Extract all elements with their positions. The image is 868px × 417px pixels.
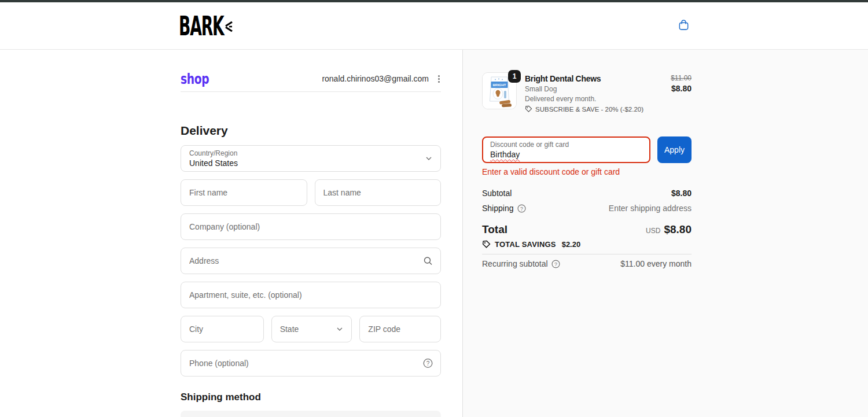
product-title: Bright Dental Chews bbox=[525, 74, 643, 84]
bark-logo-text: BARK bbox=[179, 13, 224, 39]
help-circle-icon[interactable]: ? bbox=[551, 260, 560, 268]
company-input[interactable] bbox=[181, 214, 440, 239]
discount-code-field[interactable]: Discount code or gift card Birthday bbox=[482, 136, 650, 163]
account-email: ronald.chirinos03@gmail.com bbox=[322, 74, 429, 83]
state-placeholder: State bbox=[280, 324, 299, 334]
address-field[interactable] bbox=[181, 248, 441, 274]
city-input[interactable] bbox=[181, 316, 263, 342]
last-name-input[interactable] bbox=[315, 180, 441, 205]
product-price: $8.80 bbox=[671, 84, 692, 93]
svg-text:?: ? bbox=[426, 360, 430, 367]
total-value: $8.80 bbox=[664, 223, 692, 236]
cart-line-item: BRIGHT 1 Bright Dental Chews Small Dog D… bbox=[482, 72, 692, 113]
checkout-header: BARK bbox=[0, 2, 868, 50]
shipping-value: Enter shipping address bbox=[609, 204, 692, 213]
state-select[interactable]: State bbox=[271, 316, 352, 342]
savings-label: TOTAL SAVINGS bbox=[495, 240, 556, 249]
product-frequency: Delivered every month. bbox=[525, 95, 643, 104]
phone-input[interactable] bbox=[181, 350, 440, 376]
subtotal-value: $8.80 bbox=[671, 189, 692, 198]
delivery-heading: Delivery bbox=[181, 124, 441, 138]
subtotal-label: Subtotal bbox=[482, 189, 512, 198]
summary-divider bbox=[482, 254, 692, 254]
checkout-form-panel: shop ronald.chirinos03@gmail.com Deliver… bbox=[0, 50, 463, 417]
product-variant: Small Dog bbox=[525, 85, 643, 94]
total-savings-row: TOTAL SAVINGS $2.20 bbox=[482, 240, 692, 249]
country-select[interactable]: Country/Region United States bbox=[181, 145, 441, 172]
svg-text:?: ? bbox=[554, 261, 557, 267]
shipping-label: Shipping bbox=[482, 204, 514, 213]
country-value: United States bbox=[189, 158, 432, 168]
product-original-price: $11.00 bbox=[671, 74, 692, 83]
shipping-row: Shipping ? Enter shipping address bbox=[482, 204, 692, 213]
cart-button[interactable] bbox=[678, 19, 690, 33]
chevron-down-icon bbox=[336, 325, 344, 333]
product-promo: SUBSCRIBE & SAVE - 20% (-$2.20) bbox=[535, 106, 643, 113]
total-row: Total USD $8.80 bbox=[482, 223, 692, 236]
help-circle-icon[interactable]: ? bbox=[423, 359, 433, 368]
quantity-badge: 1 bbox=[508, 70, 521, 83]
account-menu-icon[interactable] bbox=[437, 74, 441, 84]
company-field[interactable] bbox=[181, 213, 441, 240]
recurring-label: Recurring subtotal bbox=[482, 259, 548, 268]
zip-field[interactable] bbox=[359, 316, 441, 342]
discount-tag-icon bbox=[525, 105, 532, 113]
apartment-input[interactable] bbox=[181, 282, 440, 308]
shipping-method-placeholder bbox=[181, 411, 441, 417]
zip-input[interactable] bbox=[360, 316, 440, 342]
shop-pay-logo: shop bbox=[181, 72, 209, 86]
wallet-divider bbox=[181, 91, 441, 92]
recurring-value: $11.00 every month bbox=[620, 259, 692, 268]
shop-pay-account-row: shop ronald.chirinos03@gmail.com bbox=[181, 72, 441, 86]
bark-logo-mark bbox=[225, 20, 233, 33]
phone-field[interactable]: ? bbox=[181, 350, 441, 377]
savings-tag-icon bbox=[482, 240, 491, 249]
apply-discount-button[interactable]: Apply bbox=[657, 136, 692, 163]
search-icon bbox=[423, 256, 433, 266]
help-circle-icon[interactable]: ? bbox=[517, 204, 526, 213]
chevron-down-icon bbox=[425, 154, 433, 163]
bark-logo[interactable]: BARK bbox=[179, 13, 233, 39]
country-label: Country/Region bbox=[189, 149, 432, 157]
address-input[interactable] bbox=[181, 248, 440, 274]
shipping-method-heading: Shipping method bbox=[181, 392, 441, 403]
last-name-field[interactable] bbox=[315, 179, 442, 206]
city-field[interactable] bbox=[181, 316, 264, 342]
apartment-field[interactable] bbox=[181, 282, 441, 308]
first-name-input[interactable] bbox=[181, 180, 307, 205]
discount-input-value[interactable]: Birthday bbox=[490, 149, 520, 160]
svg-text:BRIGHT: BRIGHT bbox=[493, 83, 506, 87]
currency-code: USD bbox=[646, 227, 660, 235]
first-name-field[interactable] bbox=[181, 179, 307, 206]
total-label: Total bbox=[482, 223, 507, 236]
svg-text:?: ? bbox=[520, 205, 523, 211]
recurring-subtotal-row: Recurring subtotal ? $11.00 every month bbox=[482, 259, 692, 268]
discount-label: Discount code or gift card bbox=[490, 141, 642, 149]
order-summary-panel: BRIGHT 1 Bright Dental Chews Small Dog D… bbox=[463, 50, 868, 417]
subtotal-row: Subtotal $8.80 bbox=[482, 189, 692, 198]
cart-bag-icon bbox=[678, 19, 690, 31]
discount-error-message: Enter a valid discount code or gift card bbox=[482, 167, 692, 176]
savings-value: $2.20 bbox=[562, 240, 581, 249]
